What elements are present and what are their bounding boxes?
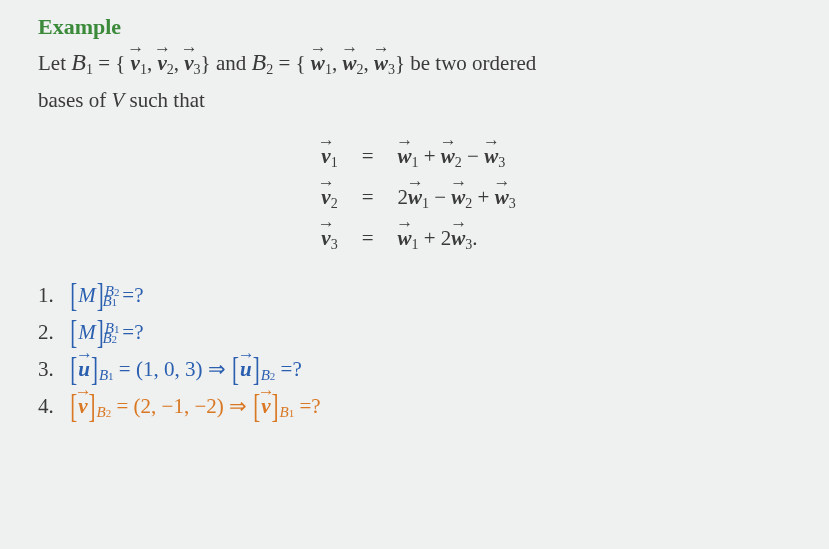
vec-u: u — [240, 357, 252, 382]
sub-B1s: 1 — [289, 407, 295, 419]
basis-B1: B — [71, 49, 86, 75]
tuple-4: = (2, −1, −2) — [117, 394, 230, 418]
vec: v — [321, 144, 330, 169]
eq3-rhs: w1 + 2w3. — [397, 226, 515, 253]
qmark: =? — [122, 283, 143, 307]
question-list: 1. [M]B2B1 =? 2. [M]B1B2 =? 3. [u]B1 = (… — [38, 283, 799, 421]
lbracket: [ — [69, 276, 78, 316]
vec-v1: v — [131, 46, 140, 82]
vec-u: u — [78, 357, 90, 382]
sub-B1s: 1 — [108, 370, 114, 382]
sub-B1s: 1 — [112, 296, 118, 308]
equation-block: v1 = w1 + w2 − w3 v2 = 2w1 − w2 + w3 v3 … — [321, 144, 515, 253]
vec-v3: v — [184, 46, 193, 82]
sub-B2s: 2 — [270, 370, 276, 382]
question-1: 1. [M]B2B1 =? — [38, 283, 799, 310]
vec-v: v — [78, 394, 87, 419]
sub: 2 — [167, 62, 174, 77]
sub-B1: B — [280, 404, 289, 420]
vec-v: v — [261, 394, 270, 419]
sub-B2: B — [97, 404, 106, 420]
vec-w2: w — [342, 46, 356, 82]
vec: w — [451, 226, 465, 251]
space-V: V — [111, 88, 124, 112]
implies: ⇒ — [229, 394, 252, 418]
implies: ⇒ — [208, 357, 231, 381]
tuple-3: = (1, 0, 3) — [119, 357, 208, 381]
plus: + — [418, 144, 440, 168]
question-2: 2. [M]B1B2 =? — [38, 320, 799, 347]
rbrace: } — [395, 51, 405, 75]
sub: 1 — [325, 62, 332, 77]
sub: 1 — [422, 196, 429, 211]
vec: w — [397, 226, 411, 251]
vec: v — [321, 185, 330, 210]
eq-sym: = — [362, 226, 374, 251]
vec: w — [441, 144, 455, 169]
intro-tail-1: be two ordered — [410, 51, 536, 75]
matrix-M: M — [78, 283, 96, 307]
equals: = — [278, 51, 295, 75]
rbracket: ] — [88, 387, 97, 427]
intro-tail-2: bases of — [38, 88, 111, 112]
qmark: =? — [300, 394, 321, 418]
vec-w3: w — [374, 46, 388, 82]
sub: 3 — [388, 62, 395, 77]
rbracket: ] — [96, 313, 105, 353]
plus: + — [472, 185, 494, 209]
intro-tail-3: such that — [124, 88, 204, 112]
eq2-rhs: 2w1 − w2 + w3 — [397, 185, 515, 212]
sub-B2s: 2 — [106, 407, 112, 419]
intro-text: Let B1 = { v1, v2, v3} and B2 = { w1, w2… — [38, 42, 799, 118]
list-number: 1. — [38, 283, 64, 308]
question-4: 4. [v]B2 = (2, −1, −2) ⇒ [v]B1 =? — [38, 394, 799, 421]
basis-B2: B — [252, 49, 267, 75]
word-and: and — [216, 51, 252, 75]
sub: 2 — [455, 155, 462, 170]
equals: = — [98, 51, 115, 75]
list-number: 2. — [38, 320, 64, 345]
eq1-lhs: v1 — [321, 144, 337, 171]
eq-sym: = — [362, 144, 374, 169]
vec: w — [484, 144, 498, 169]
vec-v2: v — [157, 46, 166, 82]
sub: 3 — [498, 155, 505, 170]
vec: w — [408, 185, 422, 210]
lbrace: { — [115, 51, 125, 75]
question-3: 3. [u]B1 = (1, 0, 3) ⇒ [u]B2 =? — [38, 357, 799, 384]
lbrace: { — [296, 51, 306, 75]
sub-1: 1 — [86, 62, 93, 77]
list-number: 4. — [38, 394, 64, 419]
rbracket: ] — [271, 387, 280, 427]
vec: w — [397, 144, 411, 169]
eq1-rhs: w1 + w2 − w3 — [397, 144, 515, 171]
sub: 3 — [509, 196, 516, 211]
slide-page: Example Let B1 = { v1, v2, v3} and B2 = … — [0, 0, 829, 449]
minus: − — [429, 185, 451, 209]
sub-2: 2 — [266, 62, 273, 77]
eq2-lhs: v2 — [321, 185, 337, 212]
rbracket: ] — [96, 276, 105, 316]
word-let: Let — [38, 51, 66, 75]
vec: w — [451, 185, 465, 210]
dot: . — [472, 226, 477, 250]
vec-w1: w — [311, 46, 325, 82]
sub: 1 — [331, 155, 338, 170]
sub: 3 — [331, 237, 338, 252]
qmark: =? — [122, 320, 143, 344]
sub-B2: B — [261, 367, 270, 383]
sub-B2s: 2 — [112, 333, 118, 345]
matrix-M: M — [78, 320, 96, 344]
sub: 1 — [140, 62, 147, 77]
qmark: =? — [281, 357, 302, 381]
example-title: Example — [38, 14, 799, 40]
eq-sym: = — [362, 185, 374, 210]
list-number: 3. — [38, 357, 64, 382]
sub: 2 — [356, 62, 363, 77]
sub: 2 — [331, 196, 338, 211]
minus: − — [462, 144, 484, 168]
mid: + 2 — [418, 226, 451, 250]
sub-B1: B — [99, 367, 108, 383]
vec: w — [495, 185, 509, 210]
vec: v — [321, 226, 330, 251]
